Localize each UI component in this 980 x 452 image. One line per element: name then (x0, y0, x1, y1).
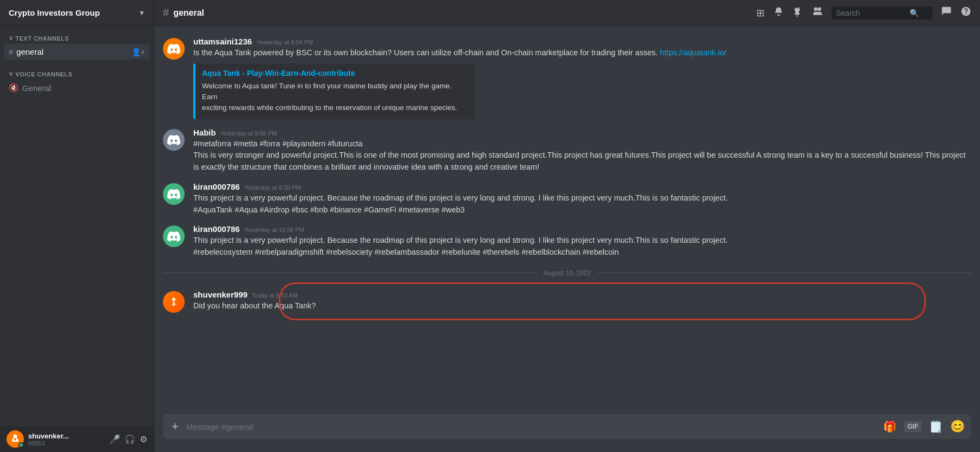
sidebar: ∨ TEXT CHANNELS # general 👤+ ∨ VOICE CHA… (0, 26, 154, 452)
online-status-dot (18, 442, 24, 448)
message-content: kiran000786 Yesterday at 9:39 PM This pr… (193, 182, 971, 216)
message-username: Habib (193, 128, 216, 137)
message-timestamp: Yesterday at 10:06 PM (244, 227, 304, 233)
message-username: uttamsaini1236 (193, 37, 252, 46)
chat-area: uttamsaini1236 Yesterday at 9:04 PM Is t… (154, 26, 980, 452)
message-timestamp: Yesterday at 9:06 PM (220, 130, 277, 137)
message-text: This project is a very powerful project.… (193, 235, 971, 259)
avatar (163, 291, 185, 313)
channel-item-name: general (16, 47, 43, 56)
message-timestamp: Yesterday at 9:39 PM (244, 184, 301, 191)
message-text: Is the Aqua Tank powered by BSC or its o… (193, 47, 971, 59)
settings-icon[interactable]: ⚙ (140, 434, 147, 444)
search-input[interactable] (836, 9, 906, 17)
footer-user-tag: #6653 (28, 440, 105, 447)
message-timestamp: Today at 8:53 AM (252, 292, 298, 299)
collapse-arrow-icon-voice: ∨ (9, 70, 14, 78)
message-timestamp: Yesterday at 9:04 PM (256, 39, 313, 46)
channel-header: # general (154, 7, 748, 19)
voice-channels-section: ∨ VOICE CHANNELS 🔇 General (0, 62, 154, 98)
svg-marker-2 (172, 302, 177, 307)
sidebar-item-voice-general[interactable]: 🔇 General (4, 80, 149, 96)
input-icons-right: 🎁 GIF 🗒️ 😊 (883, 419, 965, 434)
sidebar-footer: shuvenker... #6653 🎤 🎧 ⚙ (0, 426, 154, 452)
voice-channels-label[interactable]: ∨ VOICE CHANNELS (4, 70, 149, 78)
main-content: ∨ TEXT CHANNELS # general 👤+ ∨ VOICE CHA… (0, 26, 980, 452)
message-text: This project is a very powerful project.… (193, 192, 971, 216)
message-input[interactable] (186, 416, 878, 438)
date-divider-text: August 10, 2022 (544, 269, 591, 277)
message-username: kiran000786 (193, 224, 240, 234)
message-text: #metaforra #metta #forra #playandern #fu… (193, 138, 971, 173)
avatar (163, 183, 185, 205)
divider-line (163, 273, 537, 273)
gift-icon[interactable]: 🎁 (883, 420, 897, 433)
message-content: kiran000786 Yesterday at 10:06 PM This p… (193, 224, 971, 259)
message-header: shuvenker999 Today at 8:53 AM (193, 290, 971, 299)
channel-hash-icon: # (163, 7, 169, 19)
message-header: Habib Yesterday at 9:06 PM (193, 128, 971, 137)
mute-icon[interactable]: 🎤 (109, 434, 120, 444)
deafen-icon[interactable]: 🎧 (125, 434, 135, 444)
message-content: Habib Yesterday at 9:06 PM #metaforra #m… (193, 128, 971, 173)
highlighted-message-row: shuvenker999 Today at 8:53 AM Did you he… (154, 288, 980, 315)
text-channel-icon: # (9, 47, 13, 56)
chevron-down-icon: ▼ (139, 9, 145, 17)
inbox-icon[interactable] (941, 6, 952, 20)
message-text: Did you hear about the Aqua Tank? (193, 300, 971, 312)
avatar (163, 129, 185, 151)
embed-title: Aqua Tank - Play-Win-Earn-And-contribute (202, 69, 468, 78)
server-header[interactable]: Crypto Investors Group ▼ (0, 0, 154, 25)
avatar (163, 225, 185, 247)
sticker-icon[interactable]: 🗒️ (929, 420, 943, 433)
message-username: kiran000786 (193, 182, 240, 191)
message-header: uttamsaini1236 Yesterday at 9:04 PM (193, 37, 971, 46)
speaker-icon: 🔇 (9, 83, 19, 93)
message-header: kiran000786 Yesterday at 9:39 PM (193, 182, 971, 191)
collapse-arrow-icon: ∨ (9, 35, 14, 42)
sidebar-item-general[interactable]: # general 👤+ (4, 44, 149, 60)
boost-icon[interactable]: ⊞ (756, 7, 765, 19)
text-channels-label[interactable]: ∨ TEXT CHANNELS (4, 35, 149, 42)
attach-icon[interactable]: + (169, 414, 181, 439)
message-content: shuvenker999 Today at 8:53 AM Did you he… (193, 290, 971, 313)
message-link[interactable]: https://aquatank.io/ (660, 48, 727, 57)
avatar (163, 38, 185, 60)
message-input-box: + 🎁 GIF 🗒️ 😊 (163, 414, 971, 439)
pin-icon[interactable] (793, 6, 803, 20)
text-channels-section: ∨ TEXT CHANNELS # general 👤+ (0, 26, 154, 62)
voice-channel-name: General (22, 83, 51, 93)
server-title: Crypto Investors Group (9, 8, 100, 17)
notifications-icon[interactable] (773, 6, 784, 20)
divider-line-right (597, 273, 971, 273)
gif-button[interactable]: GIF (904, 421, 922, 432)
footer-icons: 🎤 🎧 ⚙ (109, 434, 147, 444)
toolbar-right: ⊞ 🔍 (748, 6, 980, 20)
search-icon: 🔍 (910, 9, 919, 17)
add-member-icon[interactable]: 👤+ (132, 48, 145, 56)
messages-container: uttamsaini1236 Yesterday at 9:04 PM Is t… (154, 26, 980, 414)
user-info: shuvenker... #6653 (28, 432, 105, 447)
search-bar[interactable]: 🔍 (832, 7, 932, 20)
message-username: shuvenker999 (193, 290, 247, 299)
user-avatar (6, 430, 24, 448)
embed-card: Aqua Tank - Play-Win-Earn-And-contribute… (193, 63, 475, 119)
message-input-area: + 🎁 GIF 🗒️ 😊 (154, 414, 980, 452)
date-divider: August 10, 2022 (154, 261, 980, 286)
embed-description: Welcome to Aqua tank! Tune in to find yo… (202, 81, 468, 114)
message-content: uttamsaini1236 Yesterday at 9:04 PM Is t… (193, 37, 971, 119)
message-row: uttamsaini1236 Yesterday at 9:04 PM Is t… (154, 35, 980, 121)
svg-point-0 (14, 435, 17, 438)
help-icon[interactable] (961, 6, 971, 20)
members-icon[interactable] (812, 6, 823, 20)
message-row: kiran000786 Yesterday at 10:06 PM This p… (154, 222, 980, 261)
channel-name: general (173, 8, 204, 18)
message-header: kiran000786 Yesterday at 10:06 PM (193, 224, 971, 234)
message-row: Habib Yesterday at 9:06 PM #metaforra #m… (154, 126, 980, 176)
message-row: kiran000786 Yesterday at 9:39 PM This pr… (154, 180, 980, 218)
emoji-icon[interactable]: 😊 (950, 419, 965, 434)
footer-username: shuvenker... (28, 432, 105, 440)
top-bar: Crypto Investors Group ▼ # general ⊞ 🔍 (0, 0, 980, 26)
